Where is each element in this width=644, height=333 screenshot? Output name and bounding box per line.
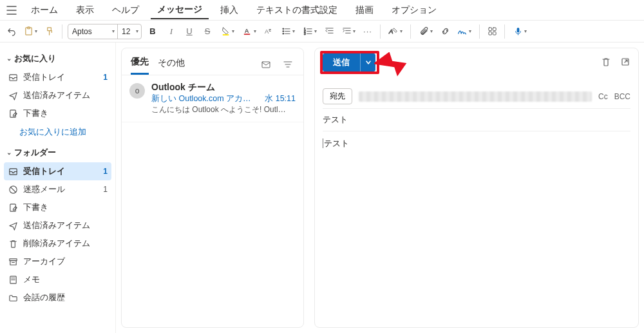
menu-home[interactable]: ホーム	[24, 2, 64, 19]
to-button[interactable]: 宛先	[323, 88, 352, 104]
cc-button[interactable]: Cc	[598, 92, 608, 101]
svg-text:3: 3	[303, 32, 305, 35]
strikethrough-button[interactable]: S	[200, 24, 215, 39]
popout-button[interactable]	[620, 57, 630, 69]
font-color-button[interactable]: A	[240, 24, 259, 39]
inbox-icon	[8, 166, 18, 176]
favorites-section-header[interactable]: ⌄ お気に入り	[4, 50, 111, 68]
mark-all-read-button[interactable]	[260, 58, 272, 71]
send-button[interactable]: 送信	[323, 53, 375, 71]
divider	[504, 24, 505, 39]
styles-button[interactable]: A	[386, 24, 405, 39]
folder-notes[interactable]: メモ	[4, 271, 111, 289]
message-preview: こんにちは Outlook へようこそ! Outl…	[151, 104, 296, 115]
svg-point-14	[282, 33, 283, 34]
menu-help[interactable]: ヘルプ	[106, 2, 146, 19]
label: 受信トレイ	[23, 71, 98, 83]
drafts-icon	[8, 202, 18, 213]
label: 下書き	[23, 108, 108, 119]
font-selector[interactable]: Aptos ▾ 12 ▾	[68, 24, 142, 39]
folder-icon	[8, 292, 18, 303]
signature-button[interactable]	[455, 24, 474, 39]
svg-text:A: A	[244, 28, 249, 34]
avatar: o	[129, 83, 145, 99]
divider	[410, 24, 411, 39]
folder-sent[interactable]: 送信済みアイテム	[4, 216, 111, 234]
more-formatting-button[interactable]: ···	[361, 24, 375, 39]
font-name-value[interactable]: Aptos	[68, 27, 109, 36]
bcc-button[interactable]: BCC	[614, 92, 630, 101]
favorites-sent[interactable]: 送信済みアイテム	[4, 86, 111, 104]
svg-text:A: A	[388, 28, 393, 35]
font-name-dropdown[interactable]: ▾	[109, 28, 117, 34]
sent-icon	[8, 220, 18, 231]
clear-formatting-button[interactable]: Aɐ	[261, 24, 276, 39]
tab-focused[interactable]: 優先	[131, 53, 149, 75]
menu-message[interactable]: メッセージ	[151, 1, 209, 19]
divider	[380, 24, 381, 39]
tab-other[interactable]: その他	[158, 55, 185, 74]
menu-view[interactable]: 表示	[70, 2, 100, 19]
drafts-icon	[8, 108, 18, 119]
label: 迷惑メール	[23, 184, 98, 195]
junk-icon	[8, 184, 18, 195]
count: 1	[103, 185, 108, 194]
font-size-dropdown[interactable]: ▾	[133, 28, 141, 34]
message-body-input[interactable]: テスト	[323, 131, 630, 322]
discard-draft-button[interactable]	[601, 57, 611, 69]
folder-conversation-history[interactable]: 会話の履歴	[4, 289, 111, 307]
folder-drafts[interactable]: 下書き	[4, 198, 111, 216]
underline-button[interactable]: U	[182, 24, 197, 39]
decrease-indent-button[interactable]	[322, 24, 336, 39]
message-list-item[interactable]: o Outlook チーム 新しい Outlook.com アカ… 水 15:1…	[122, 75, 303, 122]
svg-point-12	[282, 31, 283, 32]
paste-button[interactable]	[21, 24, 40, 39]
increase-indent-button[interactable]	[339, 24, 358, 39]
send-dropdown[interactable]	[360, 53, 375, 71]
subject-input[interactable]: テスト	[323, 109, 630, 131]
svg-rect-7	[243, 33, 249, 35]
numbered-list-button[interactable]: 123	[300, 24, 319, 39]
svg-line-38	[10, 187, 15, 192]
inbox-icon	[8, 72, 18, 82]
folder-inbox[interactable]: 受信トレイ 1	[4, 162, 111, 180]
label: 受信トレイ	[23, 166, 98, 177]
recipients-row: 宛先 Cc BCC	[323, 88, 630, 109]
format-painter-button[interactable]	[43, 24, 57, 39]
hamburger-menu-button[interactable]	[4, 3, 19, 18]
folder-junk[interactable]: 迷惑メール 1	[4, 180, 111, 198]
svg-text:ɐ: ɐ	[268, 28, 270, 32]
filter-button[interactable]	[281, 58, 294, 71]
highlight-color-button[interactable]	[218, 24, 237, 39]
svg-rect-30	[493, 28, 496, 31]
compose-panel: 送信 宛	[314, 48, 639, 328]
font-size-value[interactable]: 12	[118, 27, 133, 36]
chevron-down-icon: ⌄	[6, 149, 12, 156]
undo-button[interactable]	[4, 24, 18, 39]
favorites-label: お気に入り	[14, 53, 56, 64]
message-sender: Outlook チーム	[151, 82, 215, 93]
menu-draw[interactable]: 描画	[349, 2, 380, 19]
favorites-inbox[interactable]: 受信トレイ 1	[4, 68, 111, 86]
svg-point-10	[282, 28, 283, 30]
add-to-favorites[interactable]: お気に入りに追加	[4, 122, 111, 144]
italic-button[interactable]: I	[164, 24, 179, 39]
dictate-button[interactable]	[510, 24, 529, 39]
folders-section-header[interactable]: ⌄ フォルダー	[4, 144, 111, 162]
attach-button[interactable]	[416, 24, 435, 39]
recipients-input[interactable]	[359, 91, 592, 102]
link-button[interactable]	[438, 24, 452, 39]
bulleted-list-button[interactable]	[278, 24, 298, 39]
label: 送信済みアイテム	[23, 90, 108, 101]
folder-archive[interactable]: アーカイブ	[4, 252, 111, 271]
count: 1	[103, 73, 108, 82]
favorites-drafts[interactable]: 下書き	[4, 104, 111, 122]
bold-button[interactable]: B	[144, 24, 161, 39]
notes-icon	[8, 274, 18, 285]
menu-options[interactable]: オプション	[385, 2, 443, 19]
menu-textformat[interactable]: テキストの書式設定	[250, 2, 344, 19]
apps-button[interactable]	[485, 24, 499, 39]
label: メモ	[23, 274, 108, 285]
menu-insert[interactable]: 挿入	[214, 2, 245, 19]
folder-deleted[interactable]: 削除済みアイテム	[4, 234, 111, 252]
